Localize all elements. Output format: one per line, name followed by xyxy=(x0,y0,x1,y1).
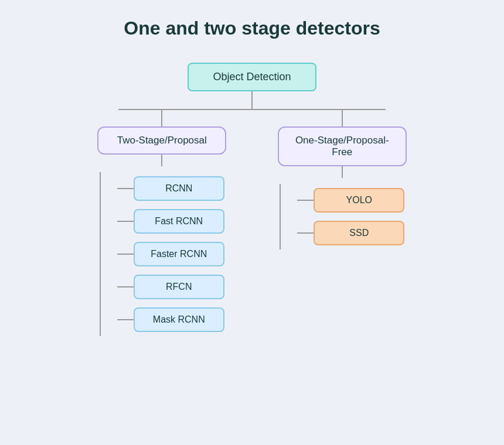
page-title: One and two stage detectors xyxy=(124,18,380,39)
branch-right: One-Stage/Proposal-Free YOLO SSD xyxy=(252,109,433,336)
child-node-yolo: YOLO xyxy=(314,188,404,213)
left-children-area: RCNN Fast RCNN Faster RCNN RFCN Mask RCN… xyxy=(100,172,224,336)
branch-left: Two-Stage/Proposal RCNN Fast RCNN Faster… xyxy=(72,109,253,336)
child-node-mask-rcnn: Mask RCNN xyxy=(134,307,224,332)
child-node-rfcn: RFCN xyxy=(134,275,224,299)
child-hline-yolo xyxy=(297,200,314,201)
child-hline-rcnn xyxy=(117,188,134,189)
child-row-mask-rcnn: Mask RCNN xyxy=(117,307,224,332)
child-row-rfcn: RFCN xyxy=(117,275,224,299)
root-node: Object Detection xyxy=(188,63,316,91)
right-branch-line xyxy=(342,109,343,126)
split-container: Two-Stage/Proposal RCNN Fast RCNN Faster… xyxy=(72,109,433,336)
child-row-yolo: YOLO xyxy=(297,188,404,213)
left-category-node: Two-Stage/Proposal xyxy=(97,126,226,155)
child-hline-ssd xyxy=(297,232,314,234)
child-row-fast-rcnn: Fast RCNN xyxy=(117,209,224,234)
right-children-vline xyxy=(280,184,281,249)
child-node-rcnn: RCNN xyxy=(134,176,224,201)
left-branch-line xyxy=(161,109,162,126)
left-children-vline xyxy=(100,172,101,336)
right-category-node: One-Stage/Proposal-Free xyxy=(278,126,407,166)
right-children-area: YOLO SSD xyxy=(280,184,404,249)
child-node-faster-rcnn: Faster RCNN xyxy=(134,242,224,266)
child-row-ssd: SSD xyxy=(297,221,404,245)
diagram-container: One and two stage detectors Object Detec… xyxy=(12,18,492,336)
left-cat-line xyxy=(161,155,162,166)
child-hline-mask-rcnn xyxy=(117,319,134,320)
right-cat-line xyxy=(342,166,343,178)
child-node-ssd: SSD xyxy=(314,221,404,245)
child-row-rcnn: RCNN xyxy=(117,176,224,201)
child-node-fast-rcnn: Fast RCNN xyxy=(134,209,224,234)
root-line xyxy=(251,91,253,109)
child-hline-faster-rcnn xyxy=(117,254,134,255)
child-hline-fast-rcnn xyxy=(117,221,134,222)
h-connector xyxy=(118,109,385,110)
child-row-faster-rcnn: Faster RCNN xyxy=(117,242,224,266)
child-hline-rfcn xyxy=(117,286,134,287)
